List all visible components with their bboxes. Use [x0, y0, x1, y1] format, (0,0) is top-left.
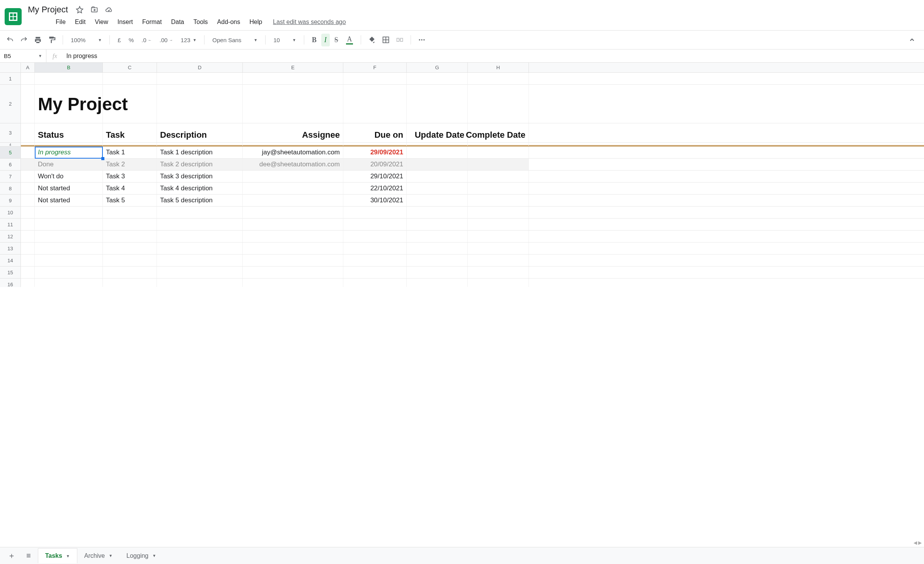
- cell[interactable]: [407, 279, 468, 287]
- currency-format-button[interactable]: £: [114, 34, 124, 46]
- font-size-select[interactable]: 10▼: [270, 35, 299, 45]
- cell[interactable]: [103, 267, 157, 278]
- cell[interactable]: [243, 219, 343, 230]
- cell[interactable]: Won't do: [35, 171, 103, 182]
- cell[interactable]: [343, 231, 407, 242]
- cell[interactable]: 29/10/2021: [343, 171, 407, 182]
- cell[interactable]: [468, 147, 529, 158]
- cell[interactable]: [407, 243, 468, 254]
- cell[interactable]: [468, 85, 529, 123]
- cell[interactable]: Task 4 description: [157, 183, 243, 194]
- cell[interactable]: [343, 207, 407, 218]
- cell[interactable]: [343, 243, 407, 254]
- cell[interactable]: [21, 183, 35, 194]
- cell[interactable]: [407, 73, 468, 84]
- cell[interactable]: [343, 279, 407, 287]
- cell[interactable]: [21, 267, 35, 278]
- name-box[interactable]: B5 ▼: [0, 50, 46, 62]
- cell[interactable]: Task 2 description: [157, 159, 243, 170]
- cell[interactable]: [35, 279, 103, 287]
- cell[interactable]: [243, 243, 343, 254]
- cell[interactable]: [407, 171, 468, 182]
- cell[interactable]: Task 3: [103, 171, 157, 182]
- font-family-select[interactable]: Open Sans▼: [209, 35, 261, 45]
- cell[interactable]: [157, 279, 243, 287]
- menu-tools[interactable]: Tools: [189, 17, 211, 27]
- cell[interactable]: [243, 231, 343, 242]
- cell[interactable]: [343, 267, 407, 278]
- col-header-d[interactable]: D: [157, 63, 243, 72]
- borders-button[interactable]: [380, 34, 392, 46]
- cell[interactable]: [468, 159, 529, 170]
- sheet-title-cell[interactable]: My Project: [35, 85, 103, 123]
- cell[interactable]: [243, 267, 343, 278]
- cell[interactable]: [407, 159, 468, 170]
- cell[interactable]: 29/09/2021: [343, 147, 407, 158]
- menu-addons[interactable]: Add-ons: [213, 17, 244, 27]
- cell[interactable]: In progress: [35, 147, 103, 158]
- cell[interactable]: [468, 207, 529, 218]
- collapse-toolbar-button[interactable]: [909, 36, 920, 43]
- cell[interactable]: [103, 219, 157, 230]
- col-header-h[interactable]: H: [468, 63, 529, 72]
- cell[interactable]: [468, 243, 529, 254]
- row-header-14[interactable]: 14: [0, 255, 20, 267]
- cell[interactable]: [243, 171, 343, 182]
- cell[interactable]: [243, 279, 343, 287]
- italic-button[interactable]: I: [321, 34, 330, 46]
- cell[interactable]: [343, 85, 407, 123]
- header-status[interactable]: Status: [35, 123, 103, 142]
- cell[interactable]: [21, 195, 35, 206]
- cloud-status-icon[interactable]: [105, 6, 113, 14]
- cell[interactable]: [157, 207, 243, 218]
- cell[interactable]: [243, 195, 343, 206]
- menu-view[interactable]: View: [91, 17, 112, 27]
- text-color-button[interactable]: A: [343, 33, 356, 47]
- cell[interactable]: [35, 267, 103, 278]
- paint-format-button[interactable]: [46, 34, 58, 46]
- cell[interactable]: [21, 279, 35, 287]
- cell[interactable]: [103, 73, 157, 84]
- col-header-f[interactable]: F: [343, 63, 407, 72]
- header-task[interactable]: Task: [103, 123, 157, 142]
- cell[interactable]: [468, 73, 529, 84]
- cell[interactable]: [468, 255, 529, 266]
- row-header-7[interactable]: 7: [0, 171, 20, 183]
- header-due[interactable]: Due on: [343, 123, 407, 142]
- more-toolbar-button[interactable]: [416, 34, 428, 46]
- cell[interactable]: [103, 207, 157, 218]
- cells-area[interactable]: My Project Status Task Description Assig…: [21, 73, 924, 287]
- row-header-16[interactable]: 16: [0, 279, 20, 287]
- cell[interactable]: [21, 219, 35, 230]
- print-button[interactable]: [32, 34, 44, 46]
- cell[interactable]: Task 2: [103, 159, 157, 170]
- cell[interactable]: [21, 231, 35, 242]
- cell[interactable]: [103, 231, 157, 242]
- percent-format-button[interactable]: %: [126, 34, 137, 46]
- select-all-corner[interactable]: [0, 63, 21, 73]
- increase-decimal-button[interactable]: .00→: [156, 34, 176, 46]
- menu-edit[interactable]: Edit: [71, 17, 90, 27]
- cell[interactable]: [407, 219, 468, 230]
- row-header-3[interactable]: 3: [0, 123, 20, 143]
- cell[interactable]: Task 5: [103, 195, 157, 206]
- cell[interactable]: [103, 85, 157, 123]
- cell[interactable]: [243, 183, 343, 194]
- cell[interactable]: [103, 279, 157, 287]
- cell[interactable]: Task 1: [103, 147, 157, 158]
- header-complete-date[interactable]: Complete Date: [468, 123, 529, 142]
- star-icon[interactable]: [76, 6, 84, 14]
- cell[interactable]: Done: [35, 159, 103, 170]
- number-format-select[interactable]: 123▼: [177, 34, 199, 46]
- cell[interactable]: [35, 207, 103, 218]
- cell[interactable]: [21, 123, 35, 142]
- zoom-select[interactable]: 100%▼: [68, 35, 105, 45]
- formula-input[interactable]: [63, 53, 924, 60]
- cell[interactable]: [468, 231, 529, 242]
- header-update-date[interactable]: Update Date: [407, 123, 468, 142]
- decrease-decimal-button[interactable]: .0←: [138, 34, 155, 46]
- cell[interactable]: [35, 255, 103, 266]
- cell[interactable]: [103, 255, 157, 266]
- row-header-1[interactable]: 1: [0, 73, 20, 85]
- cell[interactable]: Not started: [35, 183, 103, 194]
